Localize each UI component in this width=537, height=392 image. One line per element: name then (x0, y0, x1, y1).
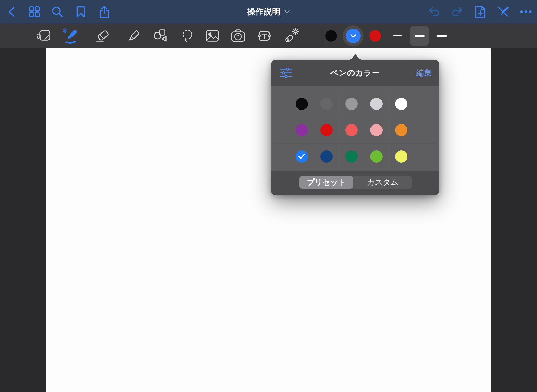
popover-header: ペンのカラー 編集 (271, 60, 439, 86)
preset-color-light-green[interactable] (368, 148, 385, 165)
title-chevron-down-icon (284, 10, 290, 14)
tab-preset[interactable]: プリセット (299, 176, 353, 189)
thumbnails-grid-icon (28, 6, 40, 18)
more-button[interactable] (519, 5, 533, 18)
popover-title: ペンのカラー (271, 60, 439, 86)
stylus-disable-button[interactable] (496, 5, 509, 18)
preset-color-pink[interactable] (368, 122, 385, 138)
eraser-tool-button[interactable] (95, 28, 111, 44)
top-navigation-bar: 操作説明 (0, 0, 537, 23)
add-page-icon (474, 5, 486, 19)
text-tool-button[interactable] (256, 28, 273, 44)
add-page-button[interactable] (474, 5, 487, 18)
preset-color-blue-selected[interactable] (293, 148, 310, 165)
tools-toolbar: a (0, 23, 537, 48)
highlighter-tool-button[interactable] (125, 28, 142, 44)
undo-button[interactable] (428, 5, 441, 18)
share-button[interactable] (98, 5, 111, 18)
popover-arrow (347, 53, 364, 60)
stroke-width-medium-button[interactable] (410, 26, 429, 46)
redo-icon (451, 6, 463, 18)
preset-color-black[interactable] (293, 95, 310, 112)
preset-color-dark-gray[interactable] (318, 95, 335, 112)
shapes-tool-button[interactable] (152, 28, 168, 44)
undo-icon (428, 6, 440, 18)
grid-separator (339, 89, 339, 168)
preset-color-navy[interactable] (318, 148, 335, 165)
chevron-down-icon (350, 34, 356, 38)
stylus-disable-icon (497, 6, 509, 18)
page-mode-button[interactable]: a (36, 28, 52, 44)
bookmark-icon (76, 6, 86, 18)
more-ellipsis-icon (520, 10, 532, 13)
laser-pointer-icon (283, 28, 299, 44)
popover-footer: プリセット カスタム (271, 171, 439, 195)
preset-color-orange[interactable] (393, 122, 410, 138)
pen-tool-button[interactable] (62, 28, 79, 44)
color-swatch-blue-selected[interactable] (343, 25, 364, 46)
selected-color-dot (346, 29, 361, 43)
grid-separator (389, 89, 389, 168)
color-swatch-red[interactable] (369, 30, 381, 42)
image-tool-button[interactable] (204, 28, 221, 44)
tab-custom[interactable]: カスタム (354, 176, 412, 189)
document-title: 操作説明 (247, 6, 281, 17)
camera-tool-button[interactable] (230, 28, 246, 44)
preset-color-yellow[interactable] (393, 148, 410, 165)
laser-pointer-button[interactable] (283, 28, 299, 44)
search-icon (51, 6, 63, 18)
checkmark-icon (298, 154, 305, 159)
color-swatch-black[interactable] (325, 30, 337, 42)
preset-color-light-gray[interactable] (368, 95, 385, 112)
bookmark-button[interactable] (74, 5, 87, 18)
lasso-icon (179, 28, 196, 44)
stroke-width-thick-button[interactable] (433, 28, 450, 44)
camera-icon (230, 28, 246, 44)
grid-separator (364, 89, 364, 168)
preset-color-purple[interactable] (293, 122, 310, 138)
text-tool-icon (256, 28, 273, 44)
medium-line (415, 35, 425, 37)
thick-line (437, 35, 447, 37)
search-button[interactable] (51, 5, 64, 18)
preset-color-white[interactable] (393, 95, 410, 112)
back-button[interactable] (5, 5, 18, 18)
eraser-icon (95, 28, 111, 44)
back-icon (7, 6, 16, 18)
toolbar-divider (322, 27, 322, 45)
image-icon (204, 28, 221, 44)
color-grid-panel (271, 86, 439, 171)
share-icon (98, 5, 110, 18)
preset-color-red[interactable] (318, 122, 335, 138)
preset-color-coral[interactable] (343, 122, 360, 138)
grid-separator (314, 89, 314, 168)
thumbnails-button[interactable] (28, 5, 41, 18)
preset-color-gray[interactable] (343, 95, 360, 112)
highlighter-icon (125, 28, 142, 44)
svg-text:a: a (36, 31, 41, 40)
edit-colors-button[interactable]: 編集 (416, 60, 432, 86)
lasso-tool-button[interactable] (179, 28, 196, 44)
toolbar-divider (55, 27, 55, 45)
preset-custom-segmented-control: プリセット カスタム (299, 176, 412, 189)
thin-line (393, 35, 402, 36)
preset-color-green[interactable] (343, 148, 360, 165)
grid-separator (275, 143, 436, 144)
pen-color-popover: ペンのカラー 編集 プリセット (271, 60, 439, 195)
redo-button[interactable] (450, 5, 464, 18)
stroke-width-thin-button[interactable] (389, 28, 406, 44)
grid-separator (275, 117, 436, 117)
page-mode-icon: a (36, 29, 52, 43)
pen-tool-icon (62, 28, 79, 44)
shapes-icon (152, 28, 168, 44)
